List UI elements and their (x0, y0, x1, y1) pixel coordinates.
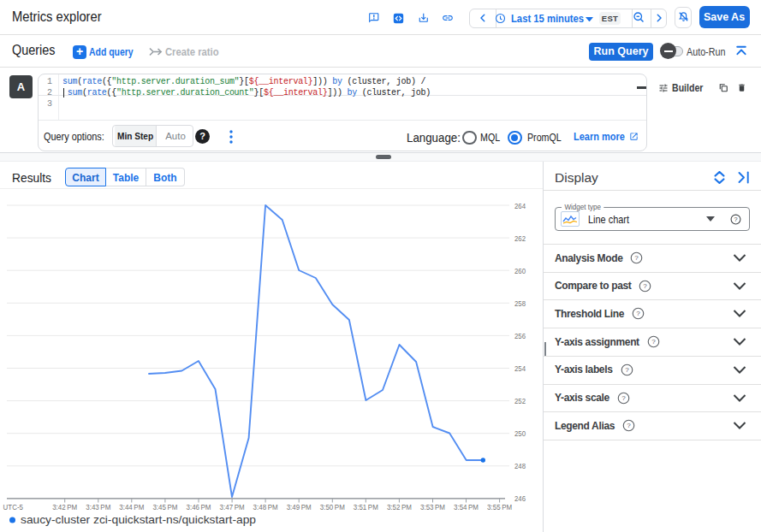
svg-text:264: 264 (514, 201, 526, 210)
svg-text:246: 246 (514, 494, 526, 503)
svg-text:?: ? (621, 394, 626, 402)
svg-text:?: ? (625, 366, 629, 374)
svg-text:3:53 PM: 3:53 PM (420, 502, 445, 511)
svg-text:saucy-cluster zci-quickstart-n: saucy-cluster zci-quickstart-ns/quicksta… (21, 513, 256, 526)
svg-text:UTC-5: UTC-5 (3, 502, 24, 511)
svg-text:3:54 PM: 3:54 PM (454, 502, 479, 511)
svg-text:3:50 PM: 3:50 PM (320, 502, 345, 511)
svg-text:?: ? (644, 282, 648, 290)
svg-text:248: 248 (514, 461, 526, 470)
svg-text:254: 254 (514, 364, 526, 373)
svg-text:256: 256 (514, 331, 526, 340)
svg-text:?: ? (627, 423, 631, 430)
svg-text:3:52 PM: 3:52 PM (387, 502, 412, 511)
svg-text:252: 252 (514, 396, 526, 405)
svg-text:250: 250 (514, 429, 526, 438)
svg-text:3:43 PM: 3:43 PM (86, 502, 110, 511)
svg-text:?: ? (635, 254, 639, 262)
svg-text:3:44 PM: 3:44 PM (119, 502, 144, 511)
svg-text:3:47 PM: 3:47 PM (220, 502, 245, 511)
svg-text:3:42 PM: 3:42 PM (52, 502, 77, 511)
svg-text:262: 262 (514, 233, 526, 243)
svg-text:260: 260 (514, 266, 526, 275)
svg-text:258: 258 (514, 299, 526, 308)
svg-text:3:55 PM: 3:55 PM (487, 502, 512, 511)
svg-text:3:49 PM: 3:49 PM (287, 502, 312, 511)
svg-text:3:46 PM: 3:46 PM (187, 502, 211, 511)
svg-text:?: ? (636, 310, 640, 318)
svg-text:?: ? (651, 338, 656, 346)
svg-text:3:51 PM: 3:51 PM (354, 502, 378, 511)
svg-text:3:45 PM: 3:45 PM (152, 502, 177, 511)
svg-text:3:48 PM: 3:48 PM (253, 502, 278, 511)
svg-text:?: ? (734, 215, 737, 222)
